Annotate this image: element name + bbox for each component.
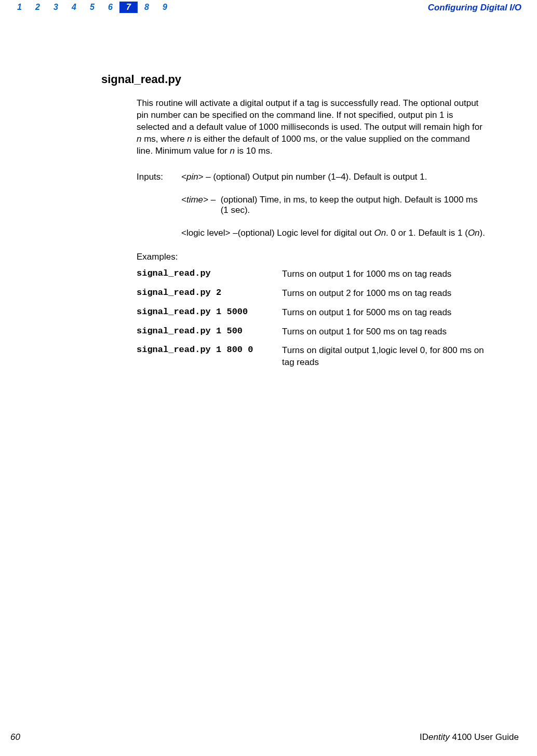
input-logic: <logic level> – (optional) Logic level f… — [181, 228, 485, 238]
chapter-tab-8[interactable]: 8 — [138, 2, 156, 13]
page-number: 60 — [10, 732, 20, 743]
example-row: signal_read.pyTurns on output 1 for 1000… — [137, 268, 485, 280]
example-row: signal_read.py 1 5000Turns on output 1 f… — [137, 307, 485, 319]
desc-text: ms, where — [141, 134, 187, 144]
input-sep: – — [231, 228, 238, 238]
chapter-tab-5[interactable]: 5 — [83, 2, 101, 13]
section-body: This routine will activate a digital out… — [101, 98, 485, 369]
input-sep: – — [208, 195, 218, 205]
page-footer: 60 IDentity 4100 User Guide — [0, 732, 537, 743]
desc-variable-n: n — [187, 134, 192, 144]
content-area: signal_read.py This routine will activat… — [101, 73, 485, 376]
example-description: Turns on output 1 for 1000 ms on tag rea… — [282, 268, 485, 280]
desc-text: This routine will activate a digital out… — [137, 98, 482, 132]
input-param-name: <pin> — [181, 172, 204, 182]
footer-guide-rest: 4100 User Guide — [450, 732, 519, 742]
input-param-desc: – (optional) Output pin number (1–4). De… — [204, 172, 427, 182]
input-time: <time> – (optional) Time, in ms, to keep… — [181, 195, 485, 215]
header-chapter-title: Configuring Digital I/O — [428, 2, 521, 13]
inputs-block: Inputs: <pin> – (optional) Output pin nu… — [137, 172, 485, 238]
inputs-label: Inputs: — [137, 172, 181, 182]
example-command: signal_read.py 1 500 — [137, 326, 282, 336]
section-description: This routine will activate a digital out… — [137, 98, 485, 157]
chapter-tab-3[interactable]: 3 — [47, 2, 65, 13]
example-row: signal_read.py 1 500Turns on output 1 fo… — [137, 326, 485, 338]
example-row: signal_read.py 1 800 0Turns on digital o… — [137, 345, 485, 369]
page-header: 123456789 Configuring Digital I/O — [0, 0, 537, 16]
examples-table: signal_read.pyTurns on output 1 for 1000… — [137, 268, 485, 369]
example-row: signal_read.py 2Turns on output 2 for 10… — [137, 288, 485, 300]
desc-text: is 10 ms. — [235, 146, 273, 156]
example-command: signal_read.py — [137, 268, 282, 278]
footer-guide-title: IDentity 4100 User Guide — [420, 732, 519, 743]
chapter-tab-7[interactable]: 7 — [119, 2, 138, 13]
example-description: Turns on output 1 for 5000 ms on tag rea… — [282, 307, 485, 319]
input-row-pin: Inputs: <pin> – (optional) Output pin nu… — [137, 172, 485, 182]
chapter-tab-6[interactable]: 6 — [101, 2, 119, 13]
example-description: Turns on output 2 for 1000 ms on tag rea… — [282, 288, 485, 300]
input-param-name: <time> — [181, 195, 208, 205]
example-command: signal_read.py 1 800 0 — [137, 345, 282, 355]
desc-variable-n: n — [230, 146, 235, 156]
example-description: Turns on output 1 for 500 ms on tag read… — [282, 326, 485, 338]
example-description: Turns on digital output 1,logic level 0,… — [282, 345, 485, 369]
chapter-tab-2[interactable]: 2 — [29, 2, 47, 13]
examples-label: Examples: — [137, 252, 485, 262]
chapter-nav: 123456789 — [10, 2, 174, 13]
input-param-name: <logic level> — [181, 228, 231, 238]
section-title: signal_read.py — [101, 73, 485, 86]
example-command: signal_read.py 2 — [137, 288, 282, 298]
input-param-desc: (optional) Logic level for digital out O… — [238, 228, 485, 238]
chapter-tab-4[interactable]: 4 — [65, 2, 83, 13]
input-row-logic: <logic level> – (optional) Logic level f… — [137, 228, 485, 238]
input-pin: <pin> – (optional) Output pin number (1–… — [181, 172, 485, 182]
chapter-tab-1[interactable]: 1 — [10, 2, 29, 13]
input-param-desc: (optional) Time, in ms, to keep the outp… — [221, 195, 485, 215]
chapter-tab-9[interactable]: 9 — [156, 2, 174, 13]
example-command: signal_read.py 1 5000 — [137, 307, 282, 317]
input-row-time: <time> – (optional) Time, in ms, to keep… — [137, 195, 485, 215]
footer-brand: IDentity — [420, 732, 450, 742]
